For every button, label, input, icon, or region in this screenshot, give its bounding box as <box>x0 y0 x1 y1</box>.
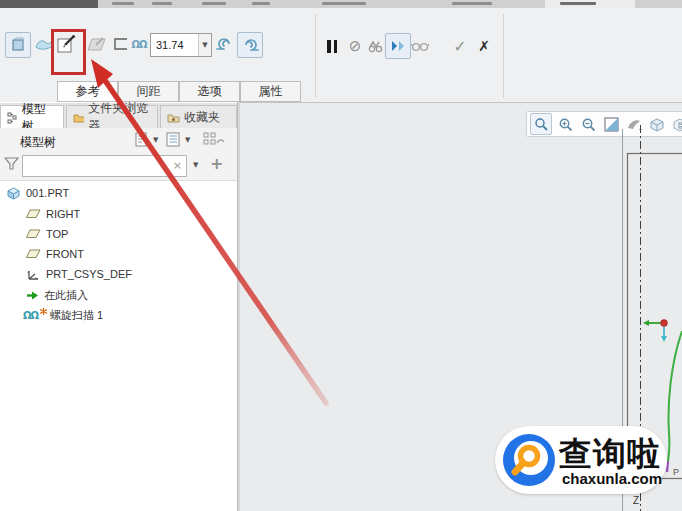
tab-model-tree[interactable]: 模型树 <box>0 105 64 129</box>
helical-sweep-icon: ΩΩ <box>23 310 38 321</box>
filter-funnel-icon[interactable] <box>4 156 19 171</box>
ribbon-tab-fragment <box>112 2 134 5</box>
tab-references[interactable]: 参考 <box>57 81 118 102</box>
ribbon-tab-strip <box>0 0 682 8</box>
model-tree-icon <box>7 112 18 124</box>
tree-settings-dropdown[interactable]: ▼ <box>185 136 190 144</box>
sketch-disabled-button <box>85 32 109 56</box>
tab-favorites[interactable]: 收藏夹 <box>160 105 237 128</box>
watermark: 查询啦 chaxunla.com <box>495 426 667 494</box>
solid-icon <box>10 37 26 53</box>
ribbon-tab-fragment <box>452 2 492 5</box>
tree-row-part[interactable]: 001.PRT <box>6 184 69 202</box>
drag-handle-point[interactable] <box>661 320 668 327</box>
part-icon <box>6 186 21 200</box>
search-add-button[interactable]: + <box>210 154 223 173</box>
point-label: P <box>673 467 679 477</box>
left-spiral-icon <box>215 35 235 53</box>
ribbon-dark-fragment <box>0 0 98 8</box>
ribbon-tab-fragment <box>322 2 366 5</box>
tab-options[interactable]: 选项 <box>179 81 240 102</box>
tab-folder-browser[interactable]: 文件夹浏览器 <box>66 105 158 128</box>
pause-icon <box>327 40 337 53</box>
app-window: ΩΩ ▼ ⊘ <box>0 0 682 511</box>
search-dropdown[interactable]: ▼ <box>193 161 198 169</box>
tree-row-insert-here[interactable]: 在此插入 <box>26 286 88 304</box>
tree-filter-dropdown[interactable]: ▼ <box>153 136 158 144</box>
ribbon-tab-fragment <box>202 2 226 5</box>
datum-plane-icon <box>26 249 41 259</box>
tree-columns-icon[interactable] <box>203 131 225 148</box>
insert-here-icon <box>26 290 39 301</box>
profile-end-segment <box>667 461 668 472</box>
helix-profile-button[interactable]: ΩΩ <box>129 32 149 56</box>
group-separator <box>315 14 316 98</box>
open-rect-icon <box>113 37 129 51</box>
ribbon-tab-fragment <box>560 2 596 5</box>
in-edit-marker-icon <box>40 308 47 315</box>
pause-button[interactable] <box>320 34 344 58</box>
drag-handle-v-arrow <box>661 336 667 342</box>
favorites-folder-icon <box>167 112 180 123</box>
tree-row-csys[interactable]: PRT_CSYS_DEF <box>26 265 132 283</box>
annotation-highlight-box <box>51 29 86 75</box>
attached-preview-icon <box>389 38 407 54</box>
tree-filter-doc-icon[interactable] <box>134 132 148 147</box>
pitch-dropdown-button[interactable]: ▼ <box>198 34 211 56</box>
accept-button[interactable]: ✓ <box>448 34 472 58</box>
wireframe-preview-icon <box>367 38 385 54</box>
tree-search-input[interactable] <box>23 156 171 174</box>
pitch-value-input[interactable] <box>151 34 198 56</box>
watermark-site: chaxunla.com <box>562 470 662 487</box>
navigator-panel: 模型树 文件夹浏览器 收藏夹 模型树 ▼ <box>0 102 237 511</box>
right-spiral-icon <box>240 36 260 54</box>
datum-plane-icon <box>26 229 41 239</box>
tree-search-box: × <box>22 155 187 177</box>
model-tree-header: 模型树 ▼ ▼ × <box>0 128 237 181</box>
group-separator <box>503 14 504 98</box>
folder-icon <box>73 112 84 123</box>
sketch-disabled-icon <box>87 35 107 53</box>
pitch-value-combo: ▼ <box>150 33 212 57</box>
tree-row-datum[interactable]: FRONT <box>26 245 84 263</box>
model-tree-title: 模型树 <box>20 134 56 151</box>
search-clear-icon[interactable]: × <box>173 159 182 172</box>
verify-button[interactable] <box>408 34 432 58</box>
ribbon-tab-fragment <box>152 2 172 5</box>
datum-plane-icon <box>26 209 41 219</box>
tree-row-helical-sweep[interactable]: ΩΩ 螺旋扫描 1 <box>23 306 103 324</box>
z-axis-label: Z <box>633 495 639 506</box>
navigator-tabs: 模型树 文件夹浏览器 收藏夹 <box>0 103 237 129</box>
tree-list-icon[interactable] <box>166 132 180 147</box>
ribbon-tab-fragment <box>252 2 270 5</box>
watermark-logo-icon <box>501 432 557 488</box>
cancel-button[interactable]: ✗ <box>472 34 496 58</box>
tab-pitch[interactable]: 间距 <box>118 81 179 102</box>
helix-profile-curve[interactable] <box>668 331 682 461</box>
csys-icon <box>26 268 41 281</box>
solid-button[interactable] <box>5 32 31 58</box>
tab-properties[interactable]: 属性 <box>240 81 301 102</box>
feature-dashboard: ΩΩ ▼ ⊘ <box>0 8 682 103</box>
tree-row-datum[interactable]: TOP <box>26 225 68 243</box>
right-handed-button[interactable] <box>237 32 263 58</box>
drag-handle-h-arrow <box>643 320 649 326</box>
left-handed-button[interactable] <box>213 32 237 56</box>
glasses-icon <box>410 39 430 53</box>
tree-row-datum[interactable]: RIGHT <box>26 205 80 223</box>
helix-icon: ΩΩ <box>131 39 146 50</box>
